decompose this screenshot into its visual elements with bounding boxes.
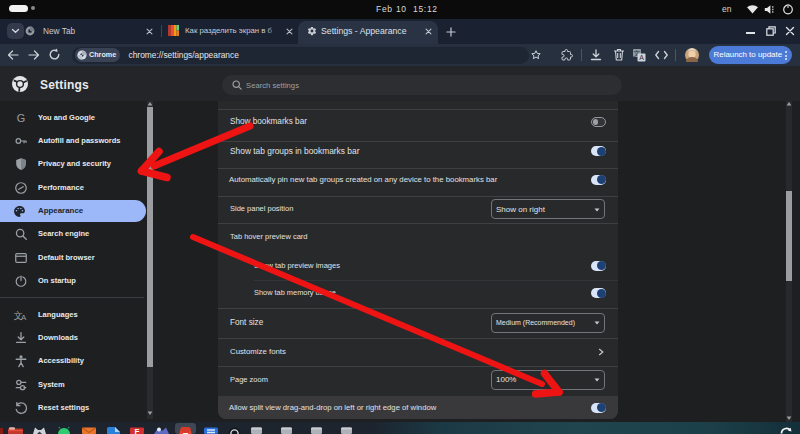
svg-text:F: F [135,427,140,434]
